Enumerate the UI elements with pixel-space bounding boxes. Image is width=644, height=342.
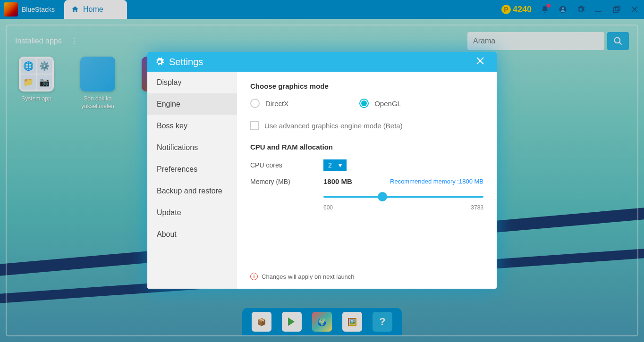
- settings-sidebar: Display Engine Boss key Notifications Pr…: [147, 72, 237, 289]
- memory-value: 1800 MB: [323, 177, 352, 185]
- dialog-body: Display Engine Boss key Notifications Pr…: [147, 72, 497, 289]
- settings-dialog: Settings Display Engine Boss key Notific…: [147, 52, 497, 289]
- memory-label: Memory (MB): [250, 178, 323, 185]
- radio-icon: [359, 99, 369, 108]
- graphics-radio-group: DirectX OpenGL: [250, 99, 483, 108]
- info-icon: i: [250, 273, 258, 280]
- sidebar-item-backup[interactable]: Backup and restore: [147, 180, 237, 202]
- radio-label: OpenGL: [374, 100, 401, 108]
- dialog-title: Settings: [169, 57, 203, 67]
- radio-directx[interactable]: DirectX: [250, 99, 288, 108]
- radio-icon: [250, 99, 260, 108]
- graphics-title: Choose graphics mode: [250, 82, 483, 90]
- cpu-row: CPU cores 2 ▾: [250, 159, 483, 171]
- dialog-header: Settings: [147, 52, 497, 72]
- close-button[interactable]: [476, 57, 489, 67]
- chevron-down-icon: ▾: [339, 161, 342, 169]
- cpu-label: CPU cores: [250, 161, 323, 169]
- radio-opengl[interactable]: OpenGL: [359, 99, 401, 108]
- sidebar-item-engine[interactable]: Engine: [147, 93, 237, 115]
- checkbox-icon: [250, 121, 259, 130]
- footer-note: Changes will apply on next launch: [262, 273, 355, 280]
- sidebar-item-preferences[interactable]: Preferences: [147, 158, 237, 180]
- slider-min: 600: [323, 204, 333, 211]
- slider-thumb[interactable]: [378, 192, 387, 201]
- gear-icon: [155, 57, 164, 67]
- cpu-value: 2: [328, 161, 332, 169]
- slider-track: [323, 196, 483, 198]
- memory-recommended: Recommended memory :1800 MB: [390, 178, 483, 185]
- slider-max: 3783: [471, 204, 483, 211]
- sidebar-item-display[interactable]: Display: [147, 72, 237, 93]
- dialog-footer: i Changes will apply on next launch: [250, 273, 355, 280]
- close-icon: [476, 57, 484, 65]
- advanced-checkbox[interactable]: Use advanced graphics engine mode (Beta): [250, 121, 483, 130]
- memory-slider[interactable]: [323, 192, 483, 201]
- sidebar-item-notifications[interactable]: Notifications: [147, 137, 237, 158]
- settings-panel: Choose graphics mode DirectX OpenGL Use …: [237, 72, 497, 289]
- slider-labels: 600 3783: [323, 204, 483, 211]
- cpu-dropdown[interactable]: 2 ▾: [323, 159, 347, 171]
- sidebar-item-about[interactable]: About: [147, 224, 237, 245]
- radio-label: DirectX: [265, 100, 288, 108]
- checkbox-label: Use advanced graphics engine mode (Beta): [264, 122, 403, 130]
- alloc-title: CPU and RAM allocation: [250, 143, 483, 151]
- sidebar-item-bosskey[interactable]: Boss key: [147, 115, 237, 137]
- memory-row: Memory (MB) 1800 MB Recommended memory :…: [250, 177, 483, 185]
- modal-overlay: Settings Display Engine Boss key Notific…: [0, 0, 644, 342]
- sidebar-item-update[interactable]: Update: [147, 202, 237, 224]
